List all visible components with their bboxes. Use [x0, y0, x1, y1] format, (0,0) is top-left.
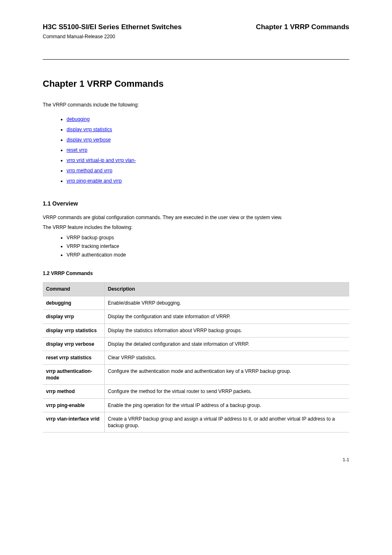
table-row: display vrrp verbose Display the detaile… — [43, 337, 349, 351]
cmd-name: vrrp ping-enable — [43, 398, 104, 412]
table-row: reset vrrp statistics Clear VRRP statist… — [43, 351, 349, 364]
toc-link-debugging[interactable]: debugging — [67, 116, 90, 122]
table-header-description: Description — [104, 282, 349, 296]
table-row: vrrp ping-enable Enable the ping operati… — [43, 398, 349, 412]
overview-para-1: VRRP commands are global configuration c… — [43, 214, 349, 221]
table-row: vrrp vlan-interface vrid Create a VRRP b… — [43, 412, 349, 432]
cmd-name: vrrp method — [43, 385, 104, 398]
doc-title-text: H3C S5100-SI/EI Series Ethernet Switches — [43, 23, 182, 31]
toc-link-display-verbose[interactable]: display vrrp verbose — [67, 137, 111, 143]
toc-item: vrrp ping-enable and vrrp — [67, 178, 349, 184]
cmd-desc: Configure the authentication mode and au… — [104, 365, 349, 385]
cmd-name: display vrrp statistics — [43, 324, 104, 337]
doc-chapter-text: Chapter 1 VRRP Commands — [256, 23, 349, 31]
section-title: Chapter 1 VRRP Commands — [43, 79, 349, 89]
toc-item: vrrp method and vrrp — [67, 168, 349, 173]
table-header-row: Command Description — [43, 282, 349, 296]
cmd-name: reset vrrp statistics — [43, 351, 104, 364]
cmd-name: display vrrp — [43, 310, 104, 324]
cmd-desc: Display the statistics information about… — [104, 324, 349, 337]
page-container: H3C S5100-SI/EI Series Ethernet Switches… — [0, 0, 392, 479]
toc-list: debugging display vrrp statistics displa… — [67, 116, 349, 184]
cmd-desc: Clear VRRP statistics. — [104, 351, 349, 364]
table-row: display vrrp statistics Display the stat… — [43, 324, 349, 337]
cmd-desc: Create a VRRP backup group and assign a … — [104, 412, 349, 432]
table-header-command: Command — [43, 282, 104, 296]
toc-item: display vrrp verbose — [67, 137, 349, 143]
cmd-desc: Enable the ping operation for the virtua… — [104, 398, 349, 412]
table-row: vrrp authentication-mode Configure the a… — [43, 365, 349, 385]
cmd-desc: Display the configuration and state info… — [104, 310, 349, 324]
cmd-desc: Enable/disable VRRP debugging. — [104, 296, 349, 310]
toc-link-display-statistics[interactable]: display vrrp statistics — [67, 127, 112, 132]
toc-link-reset-vrrp[interactable]: reset vrrp — [67, 147, 88, 153]
toc-item: display vrrp statistics — [67, 127, 349, 132]
intro-text: The VRRP commands include the following: — [43, 102, 349, 108]
toc-item: vrrp vrid virtual-ip and vrrp vlan- — [67, 157, 349, 163]
table-row: vrrp method Configure the method for the… — [43, 385, 349, 398]
commands-heading: 1.2 VRRP Commands — [43, 271, 349, 276]
overview-item: VRRP authentication mode — [67, 252, 349, 258]
overview-list: VRRP backup groups VRRP tracking interfa… — [67, 234, 349, 259]
doc-subtitle: Command Manual-Release 2200 — [43, 34, 349, 39]
toc-link-method[interactable]: vrrp method and vrrp — [67, 168, 112, 173]
overview-para-2: The VRRP feature includes the following: — [43, 224, 349, 231]
cmd-desc: Display the detailed configuration and s… — [104, 337, 349, 351]
doc-title: H3C S5100-SI/EI Series Ethernet Switches… — [43, 23, 349, 31]
cmd-name: vrrp authentication-mode — [43, 365, 104, 385]
toc-item: debugging — [67, 116, 349, 122]
page-number: 1-1 — [43, 457, 349, 462]
toc-link-vrid[interactable]: vrrp vrid virtual-ip and vrrp vlan- — [67, 157, 136, 163]
header-separator — [43, 59, 349, 60]
commands-table: Command Description debugging Enable/dis… — [43, 282, 349, 432]
cmd-desc: Configure the method for the virtual rou… — [104, 385, 349, 398]
overview-item: VRRP tracking interface — [67, 243, 349, 250]
cmd-name: display vrrp verbose — [43, 337, 104, 351]
overview-item: VRRP backup groups — [67, 234, 349, 241]
overview-heading: 1.1 Overview — [43, 200, 349, 207]
table-row: display vrrp Display the configuration a… — [43, 310, 349, 324]
toc-item: reset vrrp — [67, 147, 349, 153]
table-row: debugging Enable/disable VRRP debugging. — [43, 296, 349, 310]
cmd-name: vrrp vlan-interface vrid — [43, 412, 104, 432]
toc-link-ping-enable[interactable]: vrrp ping-enable and vrrp — [67, 178, 122, 184]
cmd-name: debugging — [43, 296, 104, 310]
